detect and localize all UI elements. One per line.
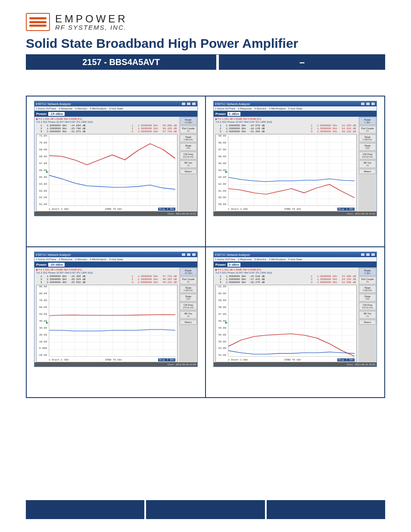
side-button[interactable]: Port CoupleOn (180, 126, 197, 134)
menu-item[interactable]: 3 Stimulus (254, 107, 266, 110)
side-button[interactable]: CW Freq100.00 kHz (359, 152, 376, 159)
trace-header: ▶Tr1 1 S21 dB 1.00dB/ Ref 0.00dB [F1]Tr2… (214, 117, 358, 124)
trace-line (228, 351, 355, 354)
side-button[interactable]: CW Freq100.00 kHz (180, 302, 197, 310)
menu-item[interactable]: 2 Response (238, 258, 252, 261)
maximize-icon[interactable] (187, 102, 191, 106)
network-analyzer-window: E5071C Network Analyzer1 Active Ch/Trace… (213, 101, 377, 216)
menu-item[interactable]: 2 Response (59, 258, 72, 261)
side-button[interactable]: Power1 dBm (359, 117, 376, 125)
maximize-icon[interactable] (187, 253, 191, 256)
side-button[interactable]: Slope0 dB/GHz (359, 134, 376, 142)
cell-1: E5071C Network Analyzer1 Active Ch/Trace… (206, 96, 385, 247)
side-button[interactable]: SlopeOFF (359, 143, 376, 151)
minimize-icon[interactable] (361, 102, 365, 106)
menu-item[interactable]: 5 Instr State (288, 258, 302, 261)
side-button[interactable]: SlopeOFF (180, 294, 197, 302)
timestamp: 2011-06-16 14:22 (176, 212, 196, 215)
na-titlebar: E5071C Network Analyzer (34, 101, 197, 106)
side-button[interactable]: RF OutOn (359, 160, 376, 168)
minimize-icon[interactable] (181, 253, 186, 256)
menu-item[interactable]: 2 Response (59, 107, 72, 110)
menu-item[interactable]: 1 Active Ch/Trace (215, 258, 235, 261)
side-button[interactable]: Port CoupleOn (180, 277, 197, 284)
side-button[interactable]: Port CoupleOn (359, 277, 376, 284)
axis-label: 1 Start 1 GHz (228, 208, 248, 211)
na-menubar: 1 Active Ch/Trace2 Response3 Stimulus4 M… (34, 106, 197, 111)
menu-item[interactable]: 1 Active Ch/Trace (215, 107, 235, 110)
x-axis: 1 Start 1 GHzIFBW 70 kHzStop 2 GHz (228, 358, 355, 362)
menu-item[interactable]: 3 Stimulus (75, 258, 87, 261)
trace-header: ▶Tr1 1 S21 dB 1.00dB/ Ref 0.00dB [F1]Tr2… (34, 117, 179, 124)
menu-item[interactable]: 5 Instr State (288, 107, 302, 110)
side-button[interactable]: RF OutOn (359, 311, 376, 319)
marker-table: 1 1.0000000 GHz -14.976 dB2 1.5000000 GH… (214, 124, 358, 133)
axis-label: IFBW 70 kHz (284, 208, 302, 211)
na-window-title: E5071C Network Analyzer (36, 103, 71, 106)
maximize-icon[interactable] (366, 102, 370, 106)
banner-right: – (216, 55, 385, 70)
side-panel: Power-15 dBmPort CoupleOnSlope0 dB/GHzSl… (179, 117, 197, 212)
side-button[interactable]: Power-20 dBm (180, 268, 197, 276)
ref-marker-icon: ▶ (225, 170, 227, 174)
ref-marker-icon: ▶ (46, 321, 48, 324)
plot-area (49, 135, 175, 206)
network-analyzer-window: E5071C Network Analyzer1 Active Ch/Trace… (34, 101, 198, 216)
side-button[interactable]: CW Freq100.00 kHz (180, 152, 197, 159)
side-button[interactable]: RF OutOn (180, 160, 197, 168)
status-bar: Meas2011-06-16 14:25 (214, 212, 377, 216)
maximize-icon[interactable] (366, 253, 370, 256)
x-axis: 1 Start 1 GHzIFBW 70 kHzStop 2 GHz (49, 207, 175, 211)
menu-item[interactable]: 5 Instr State (109, 107, 123, 110)
x-axis: 1 Start 1 GHzIFBW 70 kHzStop 2 GHz (228, 207, 355, 211)
analyzer-plot: 71.0070.0069.0068.0067.0066.0065.0064.00… (36, 134, 177, 212)
menu-item[interactable]: 3 Stimulus (75, 107, 87, 110)
axis-label: IFBW 70 kHz (284, 358, 302, 361)
menu-item[interactable]: 4 Mkr/Analysis (269, 258, 286, 261)
na-titlebar: E5071C Network Analyzer (34, 252, 197, 257)
side-button[interactable]: Slope0 dB/GHz (180, 285, 197, 293)
timestamp: 2011-06-16 14:30 (176, 363, 196, 366)
minimize-icon[interactable] (181, 102, 186, 106)
trace-line (49, 315, 175, 316)
power-label: Power (215, 112, 226, 116)
side-button[interactable]: Return (180, 169, 197, 174)
menu-item[interactable]: 3 Stimulus (254, 258, 266, 261)
close-icon[interactable] (371, 253, 375, 256)
footer-bar (26, 500, 385, 519)
side-button[interactable]: Return (359, 320, 376, 325)
close-icon[interactable] (192, 102, 196, 106)
minimize-icon[interactable] (361, 253, 365, 256)
power-value[interactable]: 0 dBm (227, 263, 240, 267)
menu-item[interactable]: 5 Instr State (109, 258, 123, 261)
menu-item[interactable]: 2 Response (238, 107, 252, 110)
menu-item[interactable]: 1 Active Ch/Trace (36, 258, 56, 261)
power-value[interactable]: 1 dBm (227, 112, 240, 116)
side-button[interactable]: Power0 dBm (359, 268, 376, 276)
menu-item[interactable]: 4 Mkr/Analysis (269, 107, 286, 110)
side-button[interactable]: Power-15 dBm (180, 117, 197, 125)
side-button[interactable]: Port CoupleOn (359, 126, 376, 134)
na-menubar: 1 Active Ch/Trace2 Response3 Stimulus4 M… (214, 106, 377, 111)
trace-line (228, 184, 355, 198)
side-button[interactable]: Slope0 dB/GHz (359, 285, 376, 293)
close-icon[interactable] (192, 253, 196, 256)
side-button[interactable]: SlopeOFF (359, 294, 376, 302)
menu-item[interactable]: 1 Active Ch/Trace (36, 107, 56, 110)
analyzer-plot: 90.0080.0070.0060.0050.0040.0030.0020.00… (36, 285, 177, 362)
close-icon[interactable] (371, 102, 375, 106)
side-button[interactable]: SlopeOFF (180, 143, 197, 151)
side-button[interactable]: Slope0 dB/GHz (180, 134, 197, 142)
plot-area (49, 286, 175, 357)
side-button[interactable]: RF OutOn (180, 311, 197, 319)
side-button[interactable]: Return (359, 169, 376, 174)
power-value[interactable]: -15 dBm (48, 112, 65, 116)
analyzer-plot: 69.0068.0067.0066.0065.0064.0063.0062.00… (215, 134, 357, 212)
status-meas: Meas (347, 363, 353, 366)
side-button[interactable]: CW Freq100.00 kHz (359, 302, 376, 310)
menu-item[interactable]: 4 Mkr/Analysis (90, 107, 106, 110)
logo: EMPOWER RF SYSTEMS, INC. (26, 13, 385, 31)
side-button[interactable]: Return (180, 320, 197, 325)
menu-item[interactable]: 4 Mkr/Analysis (90, 258, 106, 261)
power-value[interactable]: -20 dBm (48, 263, 65, 267)
